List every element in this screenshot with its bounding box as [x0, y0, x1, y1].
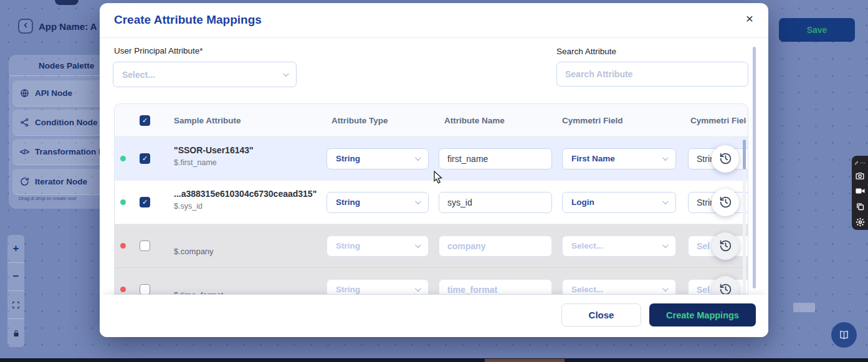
cymmetri-field-select[interactable]: Select... — [562, 279, 676, 295]
history-icon — [719, 152, 732, 165]
column-header-cymmetri-field-type: Cymmetri Fielc — [690, 116, 746, 125]
palette-item-label: API Node — [35, 88, 72, 98]
close-button-label: Close — [589, 310, 614, 320]
branch-icon — [19, 118, 29, 127]
bottom-edge-accent — [485, 359, 565, 362]
user-principal-attribute-label: User Principal Attribute* — [114, 46, 203, 55]
row-checkbox[interactable] — [140, 153, 150, 164]
search-attribute-input[interactable] — [556, 62, 748, 87]
reset-history-button[interactable] — [712, 189, 739, 216]
select-all-checkbox[interactable] — [140, 115, 150, 126]
bottom-edge-bar — [0, 358, 868, 362]
row-checkbox[interactable] — [140, 284, 150, 295]
open-book-icon — [838, 329, 850, 341]
palette-item-api-node[interactable]: API Node — [12, 80, 100, 107]
nodes-palette-title: Nodes Palette — [39, 61, 94, 70]
attribute-type-select[interactable]: String — [327, 192, 429, 213]
table-row: ...a388315e610304c6730ceaad315" $.sys_id… — [115, 181, 748, 224]
row-checkbox[interactable] — [140, 241, 150, 251]
screen: App Name: A Nodes Palette API Node Condi… — [0, 0, 868, 362]
chevron-down-icon — [662, 285, 669, 292]
create-mappings-button-label: Create Mappings — [666, 310, 739, 320]
attribute-type-select[interactable]: String — [327, 236, 429, 257]
help-docs-fab[interactable] — [831, 322, 857, 348]
search-attribute-label: Search Attribute — [556, 47, 616, 56]
status-dot-unmapped — [120, 287, 126, 292]
sample-attribute-path: $.time_format — [174, 290, 223, 295]
sample-attribute-value: ...a388315e610304c6730ceaad315" — [174, 189, 317, 199]
attribute-type-value: String — [336, 154, 360, 163]
chevron-down-icon — [415, 285, 421, 292]
create-mappings-button[interactable]: Create Mappings — [649, 303, 756, 326]
screenshot-button[interactable] — [855, 168, 865, 183]
fit-view-button[interactable] — [7, 291, 24, 319]
chevron-down-icon — [662, 198, 669, 204]
globe-icon — [19, 88, 29, 98]
attribute-name-input[interactable] — [439, 148, 552, 169]
user-principal-attribute-select[interactable]: Select... — [113, 62, 297, 87]
minimap-node-fragment — [793, 303, 815, 312]
chevron-down-icon — [283, 70, 289, 77]
save-button[interactable]: Save — [779, 18, 855, 42]
divider — [9, 75, 100, 76]
zoom-in-button[interactable]: + — [7, 235, 24, 263]
cymmetri-field-select[interactable]: Login — [562, 192, 676, 213]
table-scrollbar[interactable] — [743, 140, 746, 295]
cymmetri-field-select[interactable]: Select... — [562, 236, 676, 257]
header-logo-fragment — [55, 0, 79, 5]
status-dot-mapped — [120, 199, 126, 205]
column-header-attribute-name: Attribute Name — [444, 116, 505, 125]
row-checkbox[interactable] — [140, 197, 150, 207]
palette-hint-text: Drag & drop to create nod — [19, 196, 97, 201]
cymmetri-field-value: Login — [571, 198, 594, 207]
chevron-down-icon — [662, 155, 669, 161]
divider — [100, 37, 768, 38]
attribute-type-value: String — [336, 198, 360, 207]
reset-history-button[interactable] — [712, 145, 739, 173]
palette-item-iterator-node[interactable]: Iterator Node — [12, 169, 100, 195]
attribute-name-input[interactable] — [439, 236, 552, 257]
cymmetri-field-value: First Name — [571, 154, 615, 163]
canvas-controls: + − — [7, 235, 24, 347]
select-placeholder: Select... — [122, 70, 155, 80]
attribute-type-value: String — [336, 241, 360, 250]
status-dot-unmapped — [120, 243, 126, 249]
camera-icon — [855, 171, 865, 181]
column-header-cymmetri-field: Cymmetri Field — [562, 116, 623, 125]
close-button[interactable]: Close — [561, 303, 641, 326]
table-row: $.time_format String Select... — [115, 268, 748, 295]
back-button[interactable] — [18, 19, 33, 34]
attribute-name-input[interactable] — [439, 279, 552, 295]
lock-icon — [12, 330, 20, 337]
recorder-menu[interactable]: ··· — [854, 158, 866, 168]
attribute-type-value: String — [336, 285, 360, 294]
lock-button[interactable] — [7, 319, 24, 347]
palette-item-condition-node[interactable]: Condition Node — [12, 110, 100, 136]
app-name-title: App Name: A — [39, 21, 100, 32]
sample-attribute-path: $.first_name — [174, 158, 217, 167]
cymmetri-field-value: Select... — [571, 285, 603, 294]
reset-history-button[interactable] — [712, 232, 739, 260]
attribute-type-select[interactable]: String — [327, 279, 429, 295]
copy-button[interactable] — [856, 199, 865, 214]
chevron-down-icon — [415, 198, 421, 204]
copy-icon — [856, 202, 865, 211]
record-video-button[interactable] — [855, 183, 866, 199]
chevron-down-icon — [662, 242, 669, 248]
sample-attribute-value: "SSOR-User16143" — [174, 145, 254, 155]
attribute-name-input[interactable] — [439, 192, 552, 213]
palette-item-transformation-node[interactable]: </> Transformation N — [12, 139, 100, 165]
zoom-out-button[interactable]: − — [7, 263, 24, 291]
column-header-sample-attribute: Sample Attribute — [174, 116, 241, 125]
cymmetri-field-select[interactable]: First Name — [562, 148, 676, 169]
sample-attribute-path: $.company — [174, 247, 214, 256]
recorder-settings-button[interactable] — [855, 214, 866, 230]
dialog-scrollbar[interactable] — [753, 47, 756, 288]
ellipsis-icon: ··· — [860, 160, 866, 166]
table-scrollbar-thumb[interactable] — [743, 140, 746, 169]
fit-view-icon — [12, 301, 20, 309]
close-icon[interactable]: × — [746, 12, 753, 25]
history-icon — [719, 239, 732, 252]
attribute-type-select[interactable]: String — [327, 148, 429, 169]
video-camera-icon — [855, 186, 866, 196]
